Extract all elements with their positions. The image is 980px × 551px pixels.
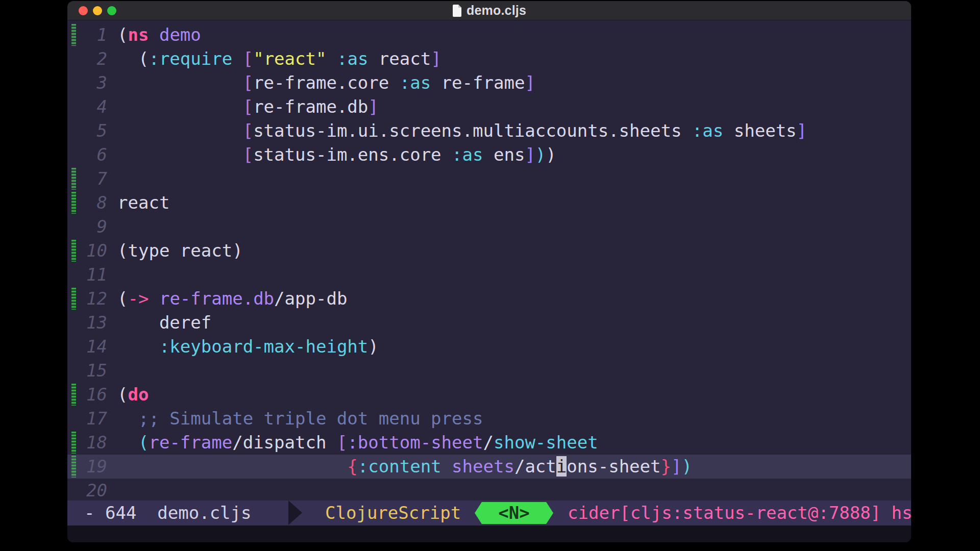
- code-line[interactable]: 1(ns demo: [67, 23, 911, 47]
- code-line[interactable]: 13 deref: [67, 311, 911, 335]
- zoom-button[interactable]: [107, 6, 116, 15]
- line-number: 11: [81, 263, 107, 287]
- code-token: ]: [797, 120, 807, 141]
- line-number: 16: [81, 383, 107, 407]
- code-token: react: [368, 48, 431, 69]
- code-line[interactable]: 3 [re-frame.core :as re-frame]: [67, 71, 911, 95]
- code-token: deref: [117, 312, 211, 333]
- code-token: [117, 120, 243, 141]
- code-line[interactable]: 20: [67, 479, 911, 500]
- code-line[interactable]: 18 (re-frame/dispatch [:bottom-sheet/sho…: [67, 431, 911, 455]
- fringe: [67, 407, 81, 431]
- code-token: ]: [525, 72, 535, 93]
- fringe: [67, 23, 81, 47]
- editor-window: demo.cljs 1(ns demo2 (:require ["react" …: [67, 1, 911, 542]
- echo-area[interactable]: [67, 525, 911, 542]
- minimize-button[interactable]: [93, 6, 102, 15]
- fringe: [67, 215, 81, 239]
- fringe: [67, 335, 81, 359]
- title-bar: demo.cljs: [67, 1, 911, 20]
- code-line[interactable]: 7: [67, 167, 911, 191]
- text-cursor: i: [556, 456, 567, 477]
- code-line[interactable]: 5 [status-im.ui.screens.multiaccounts.sh…: [67, 119, 911, 143]
- code-line[interactable]: 16(do: [67, 383, 911, 407]
- code-content[interactable]: [107, 479, 117, 500]
- line-number: 12: [81, 287, 107, 311]
- code-content[interactable]: deref: [107, 311, 211, 335]
- code-content[interactable]: ;; Simulate triple dot menu press: [107, 407, 483, 431]
- code-content[interactable]: (:require ["react" :as react]: [107, 47, 442, 71]
- code-content[interactable]: :keyboard-max-height): [107, 335, 379, 359]
- code-content[interactable]: [107, 167, 117, 191]
- code-token: (: [138, 432, 149, 453]
- code-content[interactable]: [status-im.ens.core :as ens])): [107, 143, 556, 167]
- code-content[interactable]: react: [107, 191, 169, 215]
- code-content[interactable]: (-> re-frame.db/app-db: [107, 287, 347, 311]
- statusbar-separator-arrow: [288, 500, 302, 525]
- code-line[interactable]: 15: [67, 359, 911, 383]
- code-token: re-frame.db: [253, 96, 368, 117]
- code-content[interactable]: [107, 359, 117, 383]
- code-line[interactable]: 10(type react): [67, 239, 911, 263]
- code-token: [442, 456, 452, 477]
- code-token: (: [117, 384, 128, 405]
- code-token: ens: [483, 144, 525, 165]
- code-token: (: [117, 48, 149, 69]
- git-added-indicator: [71, 192, 76, 214]
- line-number: 18: [81, 431, 107, 455]
- code-line[interactable]: 17 ;; Simulate triple dot menu press: [67, 407, 911, 431]
- code-content[interactable]: [status-im.ui.screens.multiaccounts.shee…: [107, 119, 807, 143]
- code-line[interactable]: 4 [re-frame.db]: [67, 95, 911, 119]
- code-content[interactable]: (do: [107, 383, 149, 407]
- code-content[interactable]: (ns demo: [107, 23, 201, 47]
- fringe: [67, 95, 81, 119]
- line-number: 7: [81, 167, 107, 191]
- code-token: ons-sheet: [567, 456, 660, 477]
- code-token: re-frame: [149, 432, 232, 453]
- code-token: /: [483, 432, 494, 453]
- code-line[interactable]: 6 [status-im.ens.core :as ens])): [67, 143, 911, 167]
- code-token: ]: [671, 456, 681, 477]
- code-token: re-frame: [431, 72, 525, 93]
- code-token: [232, 48, 242, 69]
- code-token: (type react): [117, 240, 243, 261]
- git-added-indicator: [71, 384, 76, 406]
- code-content[interactable]: [re-frame.core :as re-frame]: [107, 71, 535, 95]
- code-token: {: [347, 456, 357, 477]
- code-content[interactable]: (re-frame/dispatch [:bottom-sheet/show-s…: [107, 431, 598, 455]
- fringe: [67, 311, 81, 335]
- code-content[interactable]: {:content sheets/actions-sheet}]): [107, 455, 692, 479]
- code-content[interactable]: [107, 263, 117, 287]
- code-line[interactable]: 9: [67, 215, 911, 239]
- code-editor[interactable]: 1(ns demo2 (:require ["react" :as react]…: [67, 20, 911, 500]
- code-line[interactable]: 8react: [67, 191, 911, 215]
- code-line[interactable]: 11: [67, 263, 911, 287]
- code-token: [149, 24, 159, 45]
- git-added-indicator: [71, 240, 76, 262]
- code-token: re-frame.db: [159, 288, 274, 309]
- code-content[interactable]: (type react): [107, 239, 243, 263]
- code-token: ]: [525, 144, 535, 165]
- code-token: [149, 288, 159, 309]
- code-line[interactable]: 19 {:content sheets/actions-sheet}]): [67, 455, 911, 479]
- code-token: :bottom-sheet: [347, 432, 483, 453]
- code-content[interactable]: [107, 215, 117, 239]
- code-token: react: [117, 192, 169, 213]
- code-line[interactable]: 12(-> re-frame.db/app-db: [67, 287, 911, 311]
- code-token: sheets: [723, 120, 796, 141]
- code-line[interactable]: 2 (:require ["react" :as react]: [67, 47, 911, 71]
- code-token: ): [368, 336, 378, 357]
- code-token: [117, 336, 159, 357]
- code-line[interactable]: 14 :keyboard-max-height): [67, 335, 911, 359]
- close-button[interactable]: [79, 6, 88, 15]
- code-token: "react": [253, 48, 326, 69]
- code-token: :as: [692, 120, 723, 141]
- line-number: 17: [81, 407, 107, 431]
- code-token: :keyboard-max-height: [159, 336, 368, 357]
- statusbar-major-mode: ClojureScript: [325, 500, 461, 525]
- fringe: [67, 263, 81, 287]
- code-token: demo: [159, 24, 201, 45]
- statusbar-cider-repl: cider[cljs:status-react@:7888] hs: [568, 500, 911, 525]
- code-content[interactable]: [re-frame.db]: [107, 95, 379, 119]
- code-token: [117, 144, 243, 165]
